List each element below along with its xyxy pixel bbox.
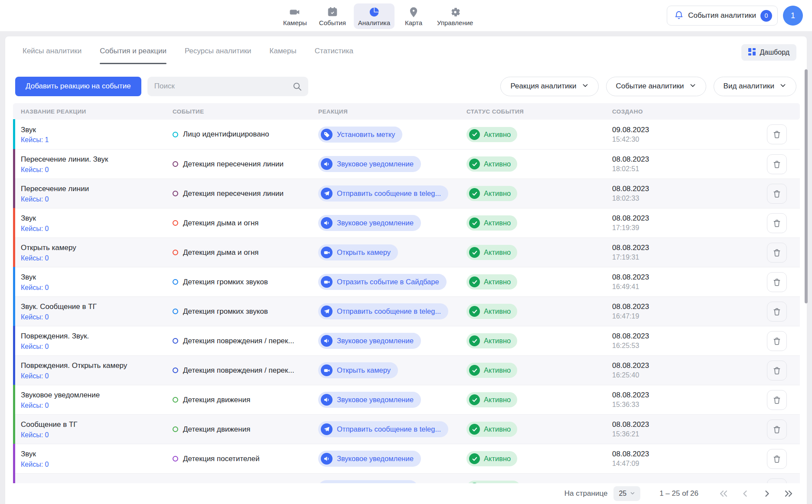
delete-button[interactable] <box>767 331 787 351</box>
tab-analytics-cases[interactable]: Кейсы аналитики <box>23 37 82 64</box>
created-time: 17:19:39 <box>612 224 754 232</box>
check-icon <box>469 247 480 258</box>
delete-button[interactable] <box>767 390 787 410</box>
status-badge: Активно <box>466 304 517 319</box>
scrollbar[interactable] <box>805 38 808 502</box>
table-row[interactable]: Звук. Сообщение в ТГ Кейсы: 0 Детекция г… <box>13 296 800 326</box>
reaction-pill[interactable]: Звуковое уведомление <box>318 333 421 349</box>
filters: Реакция аналитики Событие аналитики Вид … <box>500 77 796 96</box>
event-label: Детекция повреждения / перек... <box>183 337 294 345</box>
delete-button[interactable] <box>767 419 787 439</box>
row-accent-bar <box>13 296 15 326</box>
reaction-pill[interactable]: Звуковое уведомление <box>318 451 421 467</box>
delete-button[interactable] <box>767 124 787 144</box>
reaction-pill[interactable]: Отразить событие в Сайдбаре <box>318 274 447 290</box>
tab-statistics[interactable]: Статистика <box>315 37 353 64</box>
reaction-pill[interactable]: Открыть камеру <box>318 362 398 378</box>
reaction-pill[interactable]: Отправить сообщение в teleg... <box>318 185 448 202</box>
reaction-pill[interactable]: Звуковое уведомление <box>318 215 421 231</box>
per-page-select[interactable]: 25 <box>613 486 640 501</box>
cases-link[interactable]: Кейсы: 0 <box>21 166 49 174</box>
table-row[interactable]: Звук Кейсы: 1 Лицо идентифицировано Уста… <box>13 120 800 149</box>
table-row[interactable]: Повреждения. Звук. Кейсы: 0 Детекция пов… <box>13 326 800 355</box>
filter-analytics-event[interactable]: Событие аналитики <box>606 77 706 96</box>
last-page-icon[interactable] <box>783 488 794 499</box>
search-box <box>147 77 308 96</box>
check-icon <box>469 453 480 464</box>
created-date: 09.08.2023 <box>612 126 754 134</box>
tab-cameras[interactable]: Камеры <box>270 37 297 64</box>
event-type-ring <box>173 397 178 403</box>
reaction-pill[interactable]: Отправить сообщение в teleg... <box>318 421 448 437</box>
delete-button[interactable] <box>767 213 787 233</box>
status-badge: Активно <box>466 274 517 289</box>
top-header: Камеры События Аналитика Карта Управлени… <box>0 0 812 31</box>
delete-button[interactable] <box>767 184 787 204</box>
search-input[interactable] <box>147 77 308 96</box>
search-icon[interactable] <box>292 81 302 93</box>
events-count-badge: 0 <box>760 10 772 22</box>
controls-row: Добавить реакцию на событие Реакция анал… <box>15 76 796 96</box>
nav-item-events[interactable]: События <box>315 3 350 29</box>
table-row[interactable]: Повреждения. Открыть камеру Кейсы: 0 Дет… <box>13 355 800 385</box>
tab-events-and-reactions[interactable]: События и реакции <box>100 37 166 64</box>
analytics-events-button[interactable]: События аналитики 0 <box>667 6 778 26</box>
reaction-pill[interactable]: Звуковое уведомление <box>318 156 421 172</box>
cases-link[interactable]: Кейсы: 0 <box>21 343 49 351</box>
reaction-pill[interactable]: Открыть камеру <box>318 244 398 260</box>
dashboard-button[interactable]: Дашборд <box>741 44 797 61</box>
event-type-ring <box>173 367 178 373</box>
first-page-icon[interactable] <box>718 488 729 499</box>
nav-item-analytics[interactable]: Аналитика <box>354 3 395 29</box>
delete-button[interactable] <box>767 154 787 174</box>
cases-link[interactable]: Кейсы: 0 <box>21 284 49 292</box>
filter-analytics-reaction[interactable]: Реакция аналитики <box>500 77 598 96</box>
cases-link[interactable]: Кейсы: 0 <box>21 402 49 410</box>
event-type-ring <box>173 250 178 255</box>
table-row[interactable]: Пересечение линии. Звук Кейсы: 0 Детекци… <box>13 149 800 179</box>
cases-link[interactable]: Кейсы: 0 <box>21 313 49 321</box>
table-row[interactable]: Сообщение в ТГ Кейсы: 0 Детекция движени… <box>13 414 800 444</box>
prev-page-icon[interactable] <box>740 488 750 499</box>
reaction-pill[interactable]: Звуковое уведомление <box>318 392 421 408</box>
nav-item-cameras[interactable]: Камеры <box>279 3 311 29</box>
table-row[interactable]: Звуковое уведомление Кейсы: 0 Детекция д… <box>13 385 800 414</box>
reaction-pill[interactable]: Установить метку <box>318 127 402 143</box>
cases-link[interactable]: Кейсы: 0 <box>21 254 49 262</box>
status-badge: Активно <box>466 422 517 437</box>
nav-item-map[interactable]: Карта <box>398 3 429 29</box>
gear-icon <box>450 7 461 18</box>
cases-link[interactable]: Кейсы: 1 <box>21 136 49 144</box>
avatar[interactable]: 1 <box>783 6 803 26</box>
speaker-icon <box>321 453 333 465</box>
delete-button[interactable] <box>767 361 787 380</box>
delete-button[interactable] <box>767 243 787 263</box>
delete-button[interactable] <box>767 449 787 469</box>
add-reaction-button[interactable]: Добавить реакцию на событие <box>15 77 141 96</box>
check-icon <box>469 159 480 169</box>
row-accent-bar <box>13 179 15 208</box>
content-card: Кейсы аналитики События и реакции Ресурс… <box>5 36 807 504</box>
next-page-icon[interactable] <box>762 488 772 499</box>
cases-link[interactable]: Кейсы: 0 <box>21 461 49 468</box>
reaction-pill[interactable]: Отправить сообщение в teleg... <box>318 303 448 319</box>
cases-link[interactable]: Кейсы: 0 <box>21 195 49 203</box>
tab-analytics-resources[interactable]: Ресурсы аналитики <box>185 37 251 64</box>
cases-link[interactable]: Кейсы: 0 <box>21 431 49 439</box>
table-row[interactable]: Звук Кейсы: 0 Детекция дыма и огня Звуко… <box>13 208 800 237</box>
table-row[interactable]: Звук Кейсы: 0 Детекция посетителей Звуко… <box>13 444 800 473</box>
filter-analytics-type[interactable]: Вид аналитики <box>714 77 796 96</box>
table-row[interactable]: Пересечение линии Кейсы: 0 Детекция пере… <box>13 179 800 208</box>
cases-link[interactable]: Кейсы: 0 <box>21 372 49 380</box>
scrollbar-thumb[interactable] <box>805 69 808 303</box>
delete-button[interactable] <box>767 272 787 292</box>
cases-link[interactable]: Кейсы: 0 <box>21 225 49 233</box>
reaction-name: Пересечение линии <box>21 184 173 195</box>
row-accent-bar <box>13 444 15 473</box>
table-row[interactable]: Звук Кейсы: 0 Детекция громких звуков От… <box>13 267 800 296</box>
event-type-ring <box>173 309 178 314</box>
nav-item-management[interactable]: Управление <box>433 3 477 29</box>
event-label: Детекция посетителей <box>183 455 260 463</box>
table-row[interactable]: Открыть камеру Кейсы: 0 Детекция дыма и … <box>13 237 800 267</box>
delete-button[interactable] <box>767 302 787 322</box>
